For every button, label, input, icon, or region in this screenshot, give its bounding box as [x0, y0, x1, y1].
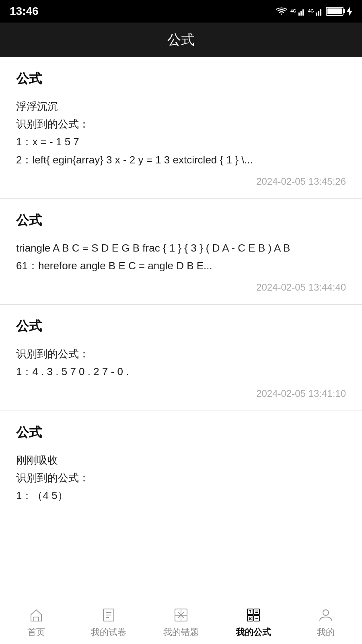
signal1-icon: 4G: [290, 7, 305, 16]
svg-rect-5: [316, 12, 317, 16]
svg-rect-3: [302, 9, 304, 16]
nav-exam-label: 我的试卷: [91, 626, 126, 638]
signal2-icon: 4G: [308, 7, 323, 16]
svg-point-30: [323, 610, 329, 615]
nav-mine-label: 我的: [317, 626, 335, 638]
card-4-title: 公式: [16, 424, 346, 442]
card-4-body: 刚刚吸收 识别到的公式： 1：（4 5）: [16, 451, 346, 505]
battery-icon: [326, 7, 343, 16]
wrong-icon: [172, 606, 190, 624]
status-bar: 13:46 4G 4G: [0, 0, 362, 23]
wifi-icon: [276, 7, 287, 16]
status-time: 13:46: [10, 5, 39, 18]
bottom-nav: 首页 我的试卷 我的错题: [0, 600, 362, 644]
svg-rect-7: [320, 9, 321, 16]
svg-text:4G: 4G: [290, 8, 296, 13]
charging-icon: [347, 7, 352, 16]
nav-home-label: 首页: [27, 626, 45, 638]
home-icon: [27, 606, 45, 624]
nav-item-home[interactable]: 首页: [0, 600, 72, 644]
svg-rect-9: [34, 617, 39, 621]
svg-marker-8: [347, 7, 352, 16]
status-icons: 4G 4G: [276, 7, 352, 16]
card-1-title: 公式: [16, 70, 346, 88]
card-2-time: 2024-02-05 13:44:40: [16, 282, 346, 293]
exam-icon: [100, 606, 117, 624]
app-header: 公式: [0, 23, 362, 57]
card-1-time: 2024-02-05 13:45:26: [16, 176, 346, 187]
header-title: 公式: [167, 32, 195, 47]
nav-item-formula[interactable]: 我的公式: [217, 600, 290, 644]
formula-card-4[interactable]: 公式 刚刚吸收 识别到的公式： 1：（4 5）: [0, 411, 362, 524]
formula-card-3[interactable]: 公式 识别到的公式： 1：4 . 3 . 5 7 0 . 2 7 - 0 . 2…: [0, 305, 362, 411]
card-3-body: 识别到的公式： 1：4 . 3 . 5 7 0 . 2 7 - 0 .: [16, 345, 346, 380]
content-area: 公式 浮浮沉沉 识别到的公式： 1：x = - 1 5 7 2：left{ eg…: [0, 57, 362, 600]
nav-item-exam[interactable]: 我的试卷: [72, 600, 145, 644]
nav-wrong-label: 我的错题: [163, 626, 199, 638]
card-3-title: 公式: [16, 318, 346, 335]
svg-rect-1: [298, 12, 300, 16]
card-1-body: 浮浮沉沉 识别到的公式： 1：x = - 1 5 7 2：left{ egin{…: [16, 97, 346, 169]
formula-card-1[interactable]: 公式 浮浮沉沉 识别到的公式： 1：x = - 1 5 7 2：left{ eg…: [0, 57, 362, 199]
svg-rect-6: [318, 11, 319, 16]
card-3-time: 2024-02-05 13:41:10: [16, 388, 346, 399]
nav-item-wrong[interactable]: 我的错题: [145, 600, 217, 644]
nav-item-mine[interactable]: 我的: [290, 600, 362, 644]
formula-icon: [245, 606, 262, 624]
formula-card-2[interactable]: 公式 triangle A B C = S D E G B frac { 1 }…: [0, 199, 362, 305]
card-2-title: 公式: [16, 212, 346, 229]
svg-rect-22: [254, 609, 259, 615]
mine-icon: [317, 606, 335, 624]
svg-text:4G: 4G: [308, 8, 314, 13]
card-2-body: triangle A B C = S D E G B frac { 1 } { …: [16, 239, 346, 275]
nav-formula-label: 我的公式: [236, 626, 271, 638]
svg-rect-2: [300, 11, 302, 16]
